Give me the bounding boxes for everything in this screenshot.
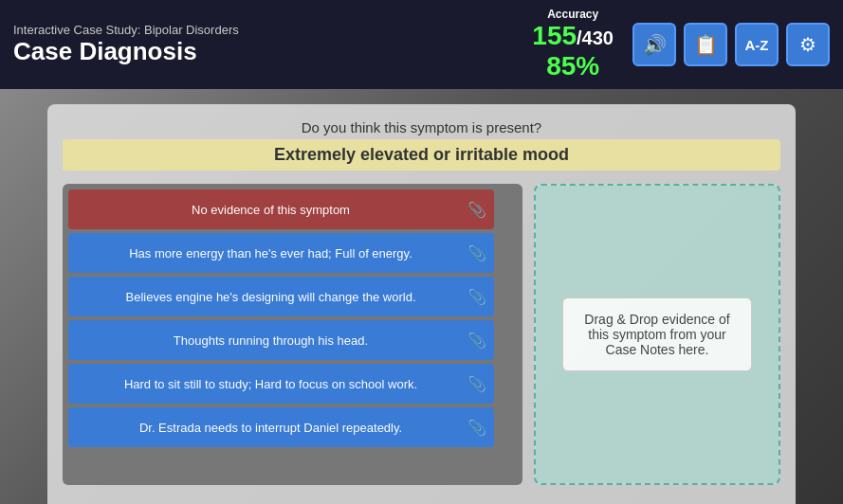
accuracy-label: Accuracy [532, 8, 614, 21]
evidence-item[interactable]: Thoughts running through his head.📎 [68, 320, 494, 360]
score-current: 155 [532, 21, 577, 50]
volume-icon: 🔊 [643, 33, 667, 56]
drop-zone-text: Drag & Drop evidence of this symptom fro… [562, 297, 752, 371]
score-value: 155/430 [532, 21, 614, 51]
clip-icon: 📎 [467, 201, 486, 219]
header-left: Interactive Case Study: Bipolar Disorder… [13, 23, 239, 66]
clip-icon: 📎 [467, 332, 486, 350]
drop-zone[interactable]: Drag & Drop evidence of this symptom fro… [534, 184, 780, 485]
columns: No evidence of this symptom📎Has more ene… [63, 184, 780, 485]
header-score: Accuracy 155/430 85% 🔊 📋 A-Z ⚙ [532, 8, 830, 81]
symptom-title: Extremely elevated or irritable mood [63, 139, 780, 171]
settings-icon: ⚙ [799, 33, 816, 56]
question-text: Do you think this symptom is present? [63, 119, 780, 135]
content-area: Do you think this symptom is present? Ex… [0, 89, 843, 504]
dictionary-icon: A-Z [745, 37, 769, 53]
notes-icon: 📋 [694, 33, 718, 56]
dictionary-button[interactable]: A-Z [735, 23, 779, 66]
clip-icon: 📎 [467, 288, 486, 306]
header-icons: 🔊 📋 A-Z ⚙ [632, 23, 830, 66]
volume-button[interactable]: 🔊 [632, 23, 676, 66]
clip-icon: 📎 [467, 244, 486, 262]
evidence-item[interactable]: No evidence of this symptom📎 [68, 189, 494, 229]
clip-icon: 📎 [467, 419, 486, 437]
header-title: Case Diagnosis [13, 37, 239, 66]
notes-button[interactable]: 📋 [684, 23, 727, 66]
clip-icon: 📎 [467, 375, 486, 393]
evidence-item[interactable]: Has more energy than he's ever had; Full… [68, 233, 494, 273]
evidence-list-wrapper: No evidence of this symptom📎Has more ene… [63, 184, 522, 485]
settings-button[interactable]: ⚙ [786, 23, 830, 66]
evidence-item[interactable]: Dr. Estrada needs to interrupt Daniel re… [68, 407, 494, 447]
score-total: /430 [577, 27, 614, 48]
evidence-item[interactable]: Hard to sit still to study; Hard to focu… [68, 364, 494, 404]
header-subtitle: Interactive Case Study: Bipolar Disorder… [13, 23, 239, 37]
main-panel: Do you think this symptom is present? Ex… [47, 104, 796, 504]
accuracy-value: 85% [532, 51, 614, 81]
evidence-item[interactable]: Believes engine he's designing will chan… [68, 277, 494, 316]
evidence-scroll[interactable]: No evidence of this symptom📎Has more ene… [63, 184, 522, 485]
score-block: Accuracy 155/430 85% [532, 8, 614, 81]
header: Interactive Case Study: Bipolar Disorder… [0, 0, 843, 89]
